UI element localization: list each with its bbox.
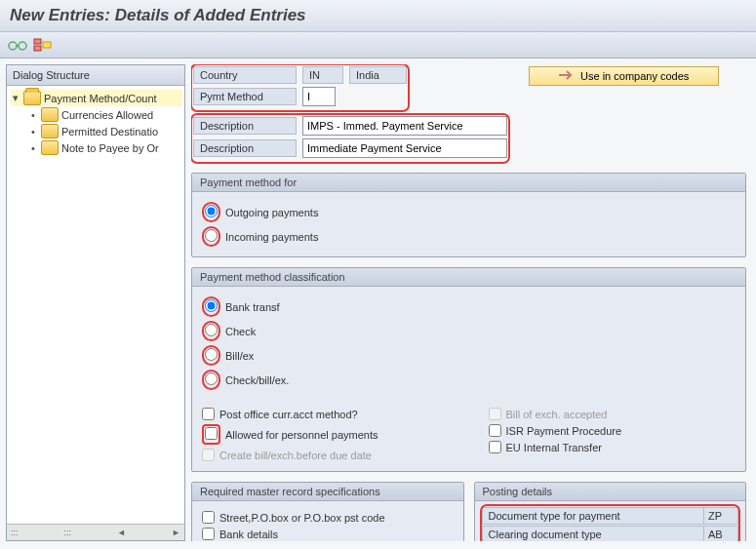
clearing-doc-type-value[interactable]: AB bbox=[703, 526, 738, 541]
svg-rect-4 bbox=[43, 42, 51, 48]
tree-item-currencies[interactable]: • Currencies Allowed bbox=[11, 106, 182, 123]
dialog-structure-panel: Dialog Structure ▾ Payment Method/Count … bbox=[6, 64, 185, 541]
radio-bank-transf[interactable]: Bank transf bbox=[202, 294, 736, 319]
folder-icon bbox=[41, 140, 59, 155]
folder-icon bbox=[41, 107, 59, 122]
folder-icon bbox=[41, 124, 59, 138]
clearing-doc-type-row: Clearing document type AB bbox=[482, 526, 739, 541]
description2-row: Description bbox=[193, 138, 507, 158]
pymt-method-input[interactable] bbox=[302, 87, 336, 106]
chk-isr[interactable]: ISR Payment Procedure bbox=[489, 422, 736, 439]
svg-rect-3 bbox=[34, 46, 41, 51]
group-classification: Payment method classification Bank trans… bbox=[191, 267, 746, 472]
chk-street[interactable]: Street,P.O.box or P.O.box pst code bbox=[202, 509, 454, 526]
chk-eu-transfer[interactable]: EU Internal Transfer bbox=[489, 439, 736, 455]
description2-input[interactable] bbox=[302, 138, 507, 158]
country-label: Country bbox=[193, 66, 297, 84]
group-required-master: Required master record specifications St… bbox=[191, 482, 464, 541]
chk-bill-accepted: Bill of exch. accepted bbox=[489, 406, 736, 422]
country-code: IN bbox=[302, 66, 343, 84]
group-title: Required master record specifications bbox=[192, 483, 463, 501]
radio-checkbillex[interactable]: Check/bill/ex. bbox=[202, 368, 736, 392]
group-payment-for: Payment method for Outgoing payments Inc… bbox=[191, 173, 746, 257]
sidebar-scrollbar[interactable]: ::::::◄► bbox=[7, 524, 184, 540]
chk-personnel[interactable]: Allowed for personnel payments bbox=[202, 422, 450, 447]
method-row: Pymt Method bbox=[193, 87, 407, 106]
sidebar-header: Dialog Structure bbox=[7, 65, 184, 86]
description-label: Description bbox=[193, 117, 297, 135]
radio-outgoing[interactable]: Outgoing payments bbox=[202, 200, 736, 224]
chk-bank-details[interactable]: Bank details bbox=[202, 526, 454, 541]
description-label: Description bbox=[193, 139, 297, 157]
toolbar bbox=[0, 32, 756, 59]
description1-row: Description bbox=[193, 116, 507, 136]
doc-type-payment-row: Document type for payment ZP bbox=[482, 507, 739, 525]
tree-item-payment-method[interactable]: ▾ Payment Method/Count bbox=[11, 90, 182, 106]
structure-icon[interactable] bbox=[33, 35, 53, 55]
use-in-company-codes-button[interactable]: Use in company codes bbox=[529, 66, 719, 86]
method-label: Pymt Method bbox=[193, 88, 297, 105]
group-posting-details: Posting details Document type for paymen… bbox=[474, 482, 747, 541]
tree: ▾ Payment Method/Count • Currencies Allo… bbox=[7, 86, 184, 524]
window-title: New Entries: Details of Added Entries bbox=[0, 0, 756, 32]
country-row: Country IN India bbox=[193, 66, 407, 84]
tree-item-destinations[interactable]: • Permitted Destinatio bbox=[11, 123, 182, 139]
country-name: India bbox=[349, 66, 407, 84]
group-title: Payment method classification bbox=[192, 268, 745, 287]
radio-incoming[interactable]: Incoming payments bbox=[202, 224, 736, 249]
svg-rect-2 bbox=[34, 39, 41, 44]
group-title: Payment method for bbox=[192, 174, 745, 192]
svg-point-1 bbox=[19, 42, 26, 50]
chk-post-office[interactable]: Post office curr.acct method? bbox=[202, 406, 450, 422]
radio-check[interactable]: Check bbox=[202, 319, 736, 343]
glasses-icon[interactable] bbox=[8, 35, 27, 55]
arrow-right-icon bbox=[559, 69, 575, 83]
chk-create-billexch: Create bill/exch.before due date bbox=[202, 447, 450, 463]
doc-type-payment-value[interactable]: ZP bbox=[703, 507, 738, 525]
description1-input[interactable] bbox=[302, 116, 507, 136]
group-title: Posting details bbox=[475, 483, 746, 501]
tree-item-note-payee[interactable]: • Note to Payee by Or bbox=[11, 139, 182, 156]
radio-billex[interactable]: Bill/ex bbox=[202, 343, 736, 368]
folder-open-icon bbox=[23, 91, 41, 105]
svg-point-0 bbox=[9, 42, 17, 50]
collapse-icon[interactable]: ▾ bbox=[11, 92, 20, 104]
